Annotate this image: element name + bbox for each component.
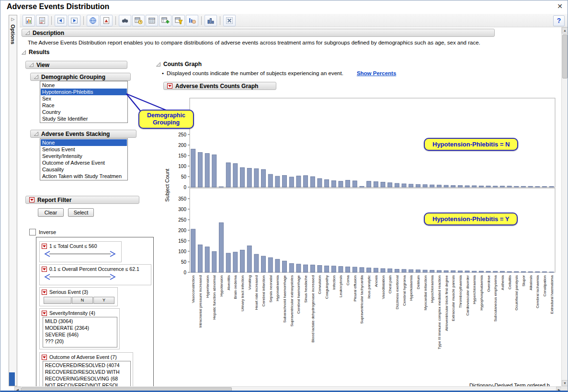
list-item[interactable]: Action Taken with Study Treatmen — [41, 173, 127, 179]
list-item[interactable]: None — [41, 82, 127, 89]
svg-text:Delirium: Delirium — [416, 275, 420, 290]
adverse-events-stacking-list[interactable]: NoneSerious EventSeverity/IntensityOutco… — [40, 138, 128, 180]
select-button[interactable]: Select — [68, 208, 94, 217]
list-item[interactable]: Serious Event — [41, 146, 127, 153]
vertical-scroll-thumb[interactable] — [562, 34, 568, 78]
expand-options-icon[interactable]: ▷ — [9, 17, 17, 22]
list-item[interactable]: ??? (20) — [44, 338, 116, 345]
filter-segment[interactable]: N — [72, 297, 93, 304]
list-item[interactable]: Severity/Intensity — [41, 153, 127, 159]
collapse-icon[interactable] — [29, 63, 34, 67]
demographic-grouping-header[interactable]: Demographic Grouping — [30, 73, 131, 81]
filter-segment[interactable] — [44, 297, 71, 304]
reload-button[interactable] — [87, 15, 99, 26]
adverse-events-stacking-header[interactable]: Adverse Events Stacking — [30, 130, 136, 138]
svg-text:150: 150 — [178, 153, 186, 158]
svg-text:Oculofacial paralysis: Oculofacial paralysis — [514, 275, 519, 310]
collapse-icon[interactable] — [34, 132, 38, 136]
filter-segment[interactable]: Y — [93, 297, 114, 304]
drill-down-button[interactable] — [186, 15, 198, 26]
list-item[interactable]: None — [41, 139, 127, 146]
list-item[interactable]: RECOVERING/RESOLVING (68 — [44, 375, 130, 382]
svg-text:Hyponatraemia: Hyponatraemia — [275, 275, 280, 301]
back-button[interactable] — [55, 15, 67, 26]
report-filter-header[interactable]: Report Filter — [25, 196, 139, 204]
red-triangle-menu-icon[interactable] — [42, 244, 47, 249]
forward-button[interactable] — [68, 15, 80, 26]
scroll-left-icon[interactable]: ◀ — [14, 387, 21, 392]
close-report-button[interactable] — [223, 15, 236, 26]
severity-list[interactable]: MILD (3064)MODERATE (2364)SEVERE (646)??… — [43, 317, 117, 347]
svg-text:Hyperchloraemia: Hyperchloraemia — [472, 275, 477, 304]
panel-n-callout[interactable]: Hypotension-Phlebitis = N — [424, 138, 518, 151]
collapse-icon[interactable] — [22, 50, 26, 55]
help-button[interactable]: ? — [553, 15, 565, 26]
svg-text:Cardiovascular disorder: Cardiovascular disorder — [466, 275, 470, 316]
toolbar-separator — [83, 16, 84, 25]
panel-y-callout[interactable]: Hypotension-Phlebitis = Y — [424, 213, 518, 225]
horizontal-scroll-thumb[interactable] — [21, 387, 232, 392]
journal-button[interactable] — [36, 15, 48, 26]
search-button[interactable] — [119, 15, 131, 26]
results-header[interactable]: Results — [22, 49, 49, 56]
adverse-events-stacking-header-label: Adverse Events Stacking — [41, 131, 110, 137]
list-item[interactable]: SEVERE (646) — [44, 331, 116, 338]
red-triangle-menu-icon[interactable] — [167, 83, 172, 89]
list-item[interactable]: Sex — [41, 95, 127, 102]
inverse-label: Inverse — [39, 229, 56, 235]
list-item[interactable]: MILD (3064) — [44, 318, 116, 325]
toolbar-separator — [201, 16, 202, 25]
list-item[interactable]: Race — [41, 102, 127, 109]
total-count-slider[interactable] — [43, 250, 117, 258]
svg-text:0: 0 — [183, 185, 186, 190]
svg-text:Sepsis neonatal: Sepsis neonatal — [269, 275, 273, 302]
percent-occurrence-slider[interactable] — [43, 273, 117, 280]
svg-text:Sinus headache: Sinus headache — [304, 275, 308, 302]
clear-button[interactable]: Clear — [38, 208, 64, 217]
description-header[interactable]: Description — [22, 29, 495, 37]
adverse-events-counts-graph-header[interactable]: Adverse Events Counts Graph — [163, 82, 276, 90]
svg-text:Cellulitis: Cellulitis — [508, 275, 512, 290]
options-panel[interactable]: ▷ Options — [9, 15, 17, 386]
red-triangle-menu-icon[interactable] — [42, 267, 47, 272]
list-item[interactable]: RECOVERED/RESOLVED (4074 — [44, 362, 130, 369]
inverse-checkbox[interactable] — [29, 229, 36, 235]
vertical-scrollbar[interactable]: ▲ ▼ — [561, 27, 568, 386]
scroll-down-icon[interactable]: ▼ — [562, 380, 568, 386]
add-table-button[interactable] — [159, 15, 171, 26]
filter-table-button[interactable] — [172, 15, 185, 26]
list-item[interactable]: Hypotension-Phlebitis — [41, 89, 127, 95]
collapse-icon[interactable] — [25, 31, 30, 35]
scroll-up-icon[interactable]: ▲ — [562, 27, 568, 34]
show-percents-link[interactable]: Show Percents — [357, 70, 396, 76]
close-icon[interactable]: ✕ — [557, 2, 563, 10]
red-triangle-menu-icon[interactable] — [42, 290, 47, 295]
pdf-report-button[interactable] — [100, 15, 113, 26]
svg-text:Type III immune complex mediat: Type III immune complex mediated reactio… — [437, 275, 442, 349]
svg-text:Cerebral ischaemia: Cerebral ischaemia — [535, 275, 540, 308]
list-item[interactable]: Study Site Identifier — [41, 115, 127, 122]
counts-graph-header[interactable]: Counts Graph — [156, 61, 202, 67]
horizontal-scrollbar[interactable]: ◀ ▶ — [14, 386, 562, 392]
list-item[interactable]: Country — [41, 109, 127, 115]
demographic-grouping-list[interactable]: NoneHypotension-PhlebitisSexRaceCountryS… — [40, 81, 128, 123]
demographic-grouping-callout[interactable]: Demographic Grouping — [138, 110, 194, 129]
svg-text:Stupor: Stupor — [522, 275, 526, 287]
svg-text:Atrioventricular block first d: Atrioventricular block first degree — [444, 275, 449, 331]
red-triangle-menu-icon[interactable] — [42, 355, 47, 360]
report-filter-header-label: Report Filter — [37, 197, 71, 203]
list-item[interactable]: Outcome of Adverse Event — [41, 159, 127, 166]
update-tables-button[interactable] — [132, 15, 145, 26]
chart-builder-button[interactable] — [204, 15, 217, 26]
list-item[interactable]: RECOVERED/RESOLVED WITH — [44, 369, 130, 375]
collapse-icon[interactable] — [156, 62, 160, 67]
red-triangle-menu-icon[interactable] — [29, 197, 34, 202]
red-triangle-menu-icon[interactable] — [42, 311, 47, 316]
collapse-icon[interactable] — [34, 75, 38, 79]
data-table-button[interactable] — [146, 15, 158, 26]
list-item[interactable]: MODERATE (2364) — [44, 325, 116, 331]
new-report-button[interactable] — [23, 15, 35, 26]
list-item[interactable]: Causality — [41, 166, 127, 173]
view-header[interactable]: View — [25, 61, 127, 69]
svg-text:100: 100 — [178, 164, 186, 169]
